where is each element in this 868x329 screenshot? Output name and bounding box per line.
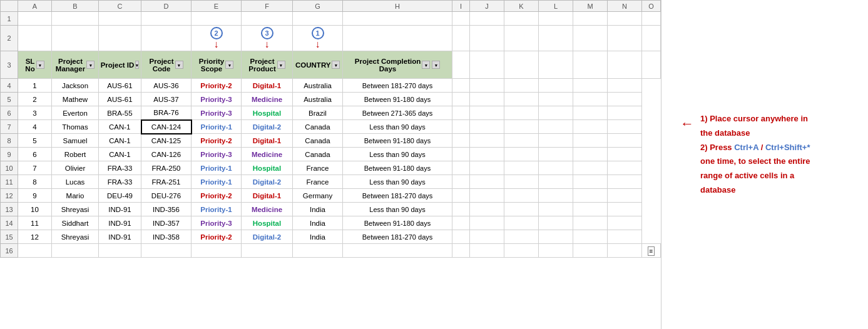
cell-extra-4-4[interactable] [608, 79, 642, 93]
cell-id-15[interactable]: IND-91 [99, 230, 141, 244]
cell-k2[interactable] [504, 26, 539, 51]
cell-manager-5[interactable]: Mathew [52, 93, 99, 106]
cell-days-7[interactable]: Less than 90 days [343, 120, 452, 134]
cell-extra-14-0[interactable] [470, 216, 504, 230]
cell-id-14[interactable]: IND-91 [99, 216, 141, 230]
cell-priority-12[interactable]: Priority-2 [191, 189, 242, 203]
cell-extra-6-1[interactable] [504, 106, 539, 120]
cell-extra-10-1[interactable] [504, 161, 539, 175]
cell-extra-12-0[interactable] [470, 189, 504, 203]
cell-h1[interactable] [343, 12, 452, 26]
cell-country-10[interactable]: France [293, 161, 343, 175]
cell-extra-5-3[interactable] [573, 93, 608, 106]
cell-extra-9-0[interactable] [470, 148, 504, 161]
cell-extra-10-0[interactable] [470, 161, 504, 175]
cell-id-8[interactable]: CAN-1 [99, 134, 141, 148]
scroll-btn-icon[interactable]: ≡ [648, 246, 655, 256]
cell-row16-4[interactable] [191, 244, 242, 258]
cell-days-8[interactable]: Between 91-180 days [343, 134, 452, 148]
cell-extra-15-0[interactable] [470, 230, 504, 244]
cell-code-11[interactable]: FRA-251 [141, 175, 191, 189]
cell-product-12[interactable]: Digital-1 [242, 189, 293, 203]
cell-extra-11-0[interactable] [470, 175, 504, 189]
cell-id-5[interactable]: AUS-61 [99, 93, 141, 106]
cell-priority-4[interactable]: Priority-2 [191, 79, 242, 93]
cell-o1[interactable] [642, 12, 661, 26]
cell-id-12[interactable]: DEU-49 [99, 189, 141, 203]
filter-project-code[interactable]: ▾ [175, 61, 183, 69]
cell-a2[interactable] [18, 26, 52, 51]
cell-extra-12-3[interactable] [573, 189, 608, 203]
cell-extra-9-2[interactable] [539, 148, 573, 161]
cell-days-10[interactable]: Between 91-180 days [343, 161, 452, 175]
cell-m3[interactable] [573, 51, 608, 79]
filter-completion-days[interactable]: ▾ [422, 61, 430, 69]
cell-extra-4-2[interactable] [539, 79, 573, 93]
cell-country-5[interactable]: Australia [293, 93, 343, 106]
cell-n2[interactable] [608, 26, 642, 51]
cell-extra-15-3[interactable] [573, 230, 608, 244]
cell-country-9[interactable]: Canada [293, 148, 343, 161]
cell-l3[interactable] [539, 51, 573, 79]
filter-manager[interactable]: ▾ [86, 61, 94, 69]
cell-extra-13-2[interactable] [539, 203, 573, 216]
cell-priority-6[interactable]: Priority-3 [191, 106, 242, 120]
cell-sl-5[interactable]: 2 [18, 93, 52, 106]
cell-o3[interactable] [642, 51, 661, 79]
cell-n1[interactable] [608, 12, 642, 26]
cell-l1[interactable] [539, 12, 573, 26]
cell-extra-13-3[interactable] [573, 203, 608, 216]
cell-manager-15[interactable]: Shreyasi [52, 230, 99, 244]
cell-extra-15-1[interactable] [504, 230, 539, 244]
cell-country-15[interactable]: India [293, 230, 343, 244]
cell-code-15[interactable]: IND-358 [141, 230, 191, 244]
cell-id-9[interactable]: CAN-1 [99, 148, 141, 161]
cell-code-7[interactable]: CAN-124 [141, 120, 191, 134]
cell-extra-11-4[interactable] [608, 175, 642, 189]
cell-manager-12[interactable]: Mario [52, 189, 99, 203]
cell-manager-6[interactable]: Everton [52, 106, 99, 120]
cell-sl-6[interactable]: 3 [18, 106, 52, 120]
cell-extra-14-1[interactable] [504, 216, 539, 230]
cell-row16-0[interactable] [18, 244, 52, 258]
cell-extra-5-1[interactable] [504, 93, 539, 106]
cell-priority-9[interactable]: Priority-3 [191, 148, 242, 161]
filter-sl[interactable]: ▾ [36, 61, 44, 69]
cell-extra-5-0[interactable] [470, 93, 504, 106]
cell-c2[interactable] [99, 26, 141, 51]
cell-extra-4-0[interactable] [470, 79, 504, 93]
cell-code-10[interactable]: FRA-250 [141, 161, 191, 175]
cell-extra-9-1[interactable] [504, 148, 539, 161]
cell-sl-9[interactable]: 6 [18, 148, 52, 161]
cell-code-6[interactable]: BRA-76 [141, 106, 191, 120]
cell-days-5[interactable]: Between 91-180 days [343, 93, 452, 106]
cell-extra-7-3[interactable] [573, 120, 608, 134]
cell-extra-14-4[interactable] [608, 216, 642, 230]
cell-id-11[interactable]: FRA-33 [99, 175, 141, 189]
cell-extra-7-4[interactable] [608, 120, 642, 134]
cell-country-12[interactable]: Germany [293, 189, 343, 203]
cell-manager-8[interactable]: Samuel [52, 134, 99, 148]
cell-extra-15-4[interactable] [608, 230, 642, 244]
cell-row16-7[interactable] [343, 244, 452, 258]
cell-country-6[interactable]: Brazil [293, 106, 343, 120]
cell-sl-7[interactable]: 4 [18, 120, 52, 134]
filter-project-product[interactable]: ▾ [277, 61, 285, 69]
cell-days-15[interactable]: Between 181-270 days [343, 230, 452, 244]
cell-code-8[interactable]: CAN-125 [141, 134, 191, 148]
cell-days-13[interactable]: Less than 90 days [343, 203, 452, 216]
cell-extra-13-1[interactable] [504, 203, 539, 216]
cell-days-6[interactable]: Between 271-365 days [343, 106, 452, 120]
cell-manager-4[interactable]: Jackson [52, 79, 99, 93]
cell-sl-13[interactable]: 10 [18, 203, 52, 216]
cell-c1[interactable] [99, 12, 141, 26]
cell-extra-5-4[interactable] [608, 93, 642, 106]
cell-f1[interactable] [242, 12, 293, 26]
cell-extra-11-2[interactable] [539, 175, 573, 189]
cell-product-6[interactable]: Hospital [242, 106, 293, 120]
cell-n3[interactable] [608, 51, 642, 79]
cell-extra-6-4[interactable] [608, 106, 642, 120]
cell-product-5[interactable]: Medicine [242, 93, 293, 106]
cell-g1[interactable] [293, 12, 343, 26]
cell-product-9[interactable]: Medicine [242, 148, 293, 161]
